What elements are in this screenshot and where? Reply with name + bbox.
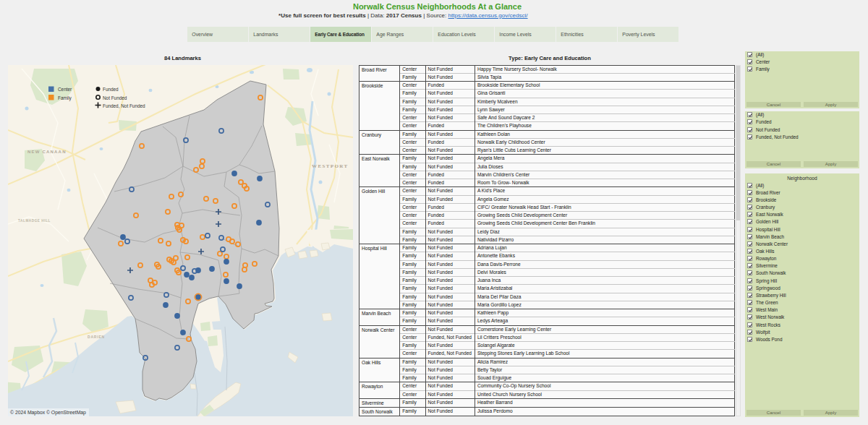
svg-text:TALMADGE HILL: TALMADGE HILL	[18, 219, 51, 223]
svg-text:Not Funded: Not Funded	[103, 95, 127, 100]
svg-text:Family: Family	[58, 95, 72, 101]
svg-text:WESTPORT: WESTPORT	[312, 163, 349, 169]
svg-text:Funded, Not Funded: Funded, Not Funded	[103, 103, 145, 108]
svg-text:Center: Center	[58, 87, 72, 92]
svg-text:NEW CANAAN: NEW CANAAN	[27, 150, 67, 154]
svg-text:Funded: Funded	[103, 87, 119, 92]
svg-text:© 2024 Mapbox © OpenStreetMap: © 2024 Mapbox © OpenStreetMap	[10, 410, 86, 416]
svg-text:DARIEN: DARIEN	[88, 335, 105, 339]
